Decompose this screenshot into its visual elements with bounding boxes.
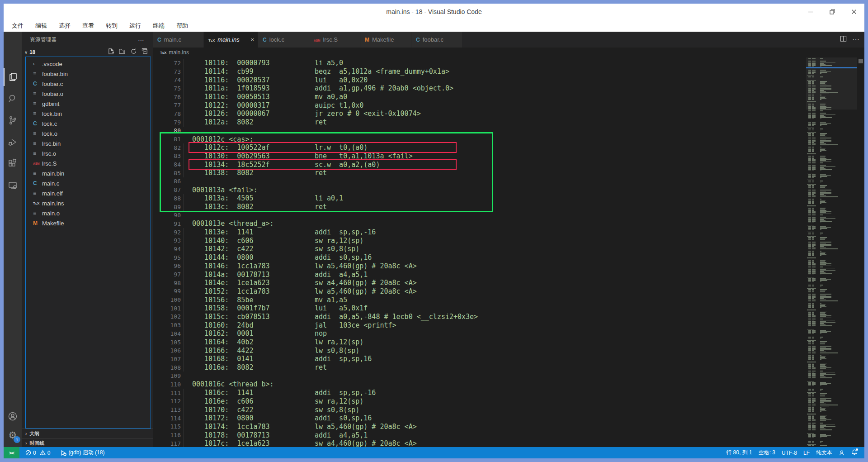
file-item[interactable]: ≡lrsc.bin [26,138,151,148]
code-line[interactable]: 79 1012a: 8082 ret [153,118,864,127]
code-line[interactable]: 89 1013c: 8082 ret [153,203,864,211]
code-line[interactable]: 99 10152: 1cc1a783 lw a5,460(gp) # 20a8c… [153,287,864,296]
workspace-folder-name[interactable]: 18 [29,49,108,55]
menu-item-2[interactable]: 选择 [59,22,71,30]
split-editor-icon[interactable] [840,35,847,44]
code-line[interactable]: 86 [153,177,864,186]
code-line[interactable]: 107 10168: 0141 addi sp,sp,16 [153,355,864,363]
code-line[interactable]: 115 10174: 1cc1a783 lw a5,460(gp) # 20a8… [153,423,864,431]
code-line[interactable]: 870001013a <fail>: [153,186,864,194]
editor-scrollbar[interactable] [857,57,864,447]
search-icon[interactable] [4,90,22,108]
code-line[interactable]: 94 10142: c422 sw s0,8(sp) [153,245,864,253]
code-line[interactable]: 93 10140: c606 sw ra,12(sp) [153,236,864,245]
code-line[interactable]: 77 10122: 00000317 auipc t1,0x0 [153,101,864,110]
sidebar-section-outline[interactable]: › 大纲 [22,429,153,438]
code-line[interactable]: 88 1013a: 4505 li a0,1 [153,194,864,203]
file-item[interactable]: ≡foobar.bin [26,69,151,79]
code-line[interactable]: 114 10172: 0800 addi s0,sp,16 [153,414,864,423]
source-control-icon[interactable] [4,111,22,129]
file-item[interactable]: ≡lock.o [26,129,151,138]
restore-button[interactable] [828,8,836,16]
code-line[interactable]: 92 1013e: 1141 addi sp,sp,-16 [153,228,864,237]
tab-foobar.c[interactable]: Cfoobar.c [411,32,462,48]
code-line[interactable]: 112 1016e: c606 sw ra,12(sp) [153,397,864,406]
account-icon[interactable] [4,407,22,425]
code-line[interactable]: 95 10144: 0800 addi s0,sp,16 [153,253,864,262]
extensions-icon[interactable] [4,155,22,173]
code-line[interactable]: 72 10110: 00000793 li a5,0 [153,59,864,67]
file-item[interactable]: Cfoobar.c [26,79,151,89]
file-item[interactable]: ≡foobar.o [26,89,151,99]
notifications-bell-icon[interactable] [848,447,861,458]
tab-lrsc.S[interactable]: ASMlrsc.S [309,32,360,48]
file-item[interactable]: TᴇXmain.ins [26,198,151,208]
code-line[interactable]: 96 10146: 1cc1a783 lw a5,460(gp) # 20a8c… [153,262,864,271]
menu-item-7[interactable]: 帮助 [176,22,188,30]
tab-Makefile[interactable]: MMakefile [360,32,411,48]
menu-item-0[interactable]: 文件 [12,22,24,30]
chevron-down-icon[interactable]: ∨ [24,50,28,55]
status-eol[interactable]: LF [800,447,813,458]
sidebar-section-timeline[interactable]: › 时间线 [22,438,153,448]
file-item[interactable]: ≡main.elf [26,188,151,198]
code-line[interactable]: 90 [153,211,864,219]
run-debug-icon[interactable] [4,133,22,151]
editor[interactable]: 72 10110: 00000793 li a5,073 10114: cb99… [153,57,864,447]
tab-main.ins[interactable]: TᴇXmain.ins× [204,32,258,48]
code-line[interactable]: 106 10166: 4422 lw s0,8(sp) [153,346,864,355]
code-line[interactable]: 111 1016c: 1141 addi sp,sp,-16 [153,389,864,397]
feedback-icon[interactable] [835,447,848,458]
minimize-button[interactable] [807,8,815,16]
collapse-all-icon[interactable] [142,48,148,57]
debug-status[interactable]: (gdb) 启动 (18) [57,447,108,458]
code-line[interactable]: 113 10170: c422 sw s0,8(sp) [153,405,864,414]
file-item[interactable]: ≡lock.bin [26,109,151,119]
code-line[interactable]: 104 10162: 0001 nop [153,329,864,338]
tab-main.c[interactable]: Cmain.c [153,32,204,48]
file-item[interactable]: Clock.c [26,119,151,129]
code-line[interactable]: 76 1011e: 00050513 mv a0,a0 [153,93,864,101]
code-line[interactable]: 102 1015c: cb078513 addi a0,a5,-848 # 1e… [153,313,864,321]
code-line[interactable]: 100 10156: 85be mv a1,a5 [153,295,864,304]
code-line[interactable]: 83 10130: 00b29563 bne t0,a1,1013a <fail… [153,152,864,161]
explorer-icon[interactable] [4,68,22,86]
file-item[interactable]: Cmain.c [26,178,151,188]
menu-item-5[interactable]: 运行 [129,22,141,30]
code-line[interactable]: 97 1014a: 00178713 addi a4,a5,1 [153,270,864,279]
refresh-icon[interactable] [130,48,137,57]
code-line[interactable]: 80 [153,127,864,135]
code-line[interactable]: 116 10178: 00178713 addi a4,a5,1 [153,431,864,439]
code-line[interactable]: 98 1014e: 1ce1a623 sw a4,460(gp) # 20a8c… [153,279,864,287]
code-line[interactable]: 1100001016c <thread_b>: [153,380,864,389]
code-line[interactable]: 74 10116: 00020537 lui a0,0x20 [153,76,864,84]
code-line[interactable]: 82 1012c: 100522af lr.w t0,(a0) [153,143,864,152]
scrollbar-thumb[interactable] [859,59,863,63]
code-line[interactable]: 117 1017c: 1ce1a623 sw a4,460(gp) # 20a8… [153,439,864,447]
menu-item-6[interactable]: 终端 [153,22,165,30]
menu-item-3[interactable]: 查看 [82,22,94,30]
settings-gear-icon[interactable]: ⚙1 [4,426,22,444]
status-indent[interactable]: 空格: 3 [755,447,778,458]
breadcrumb[interactable]: TᴇX main.ins [153,48,864,57]
file-item[interactable]: ≡gdbinit [26,99,151,109]
code-line[interactable]: 103 10160: 24bd jal 103ce <printf> [153,321,864,329]
menu-item-4[interactable]: 转到 [106,22,118,30]
new-folder-icon[interactable] [119,48,126,57]
folder-item[interactable]: ›.vscode [26,59,151,69]
code-line[interactable]: 84 10134: 18c5252f sc.w a0,a2,(a0) [153,160,864,169]
code-line[interactable]: 78 10126: 00000067 jr zero # 0 <exit-0x1… [153,110,864,118]
file-item[interactable]: ASMlrsc.S [26,158,151,168]
code-line[interactable]: 75 1011a: 1f018593 addi a1,gp,496 # 20ab… [153,84,864,93]
code-line[interactable]: 108 1016a: 8082 ret [153,363,864,372]
code-line[interactable]: 810001012c <cas>: [153,135,864,143]
file-item[interactable]: ≡main.o [26,208,151,218]
status-line-col[interactable]: 行 80, 列 1 [723,447,755,458]
file-item[interactable]: ≡main.bin [26,168,151,178]
code-line[interactable]: 101 10158: 0001f7b7 lui a5,0x1f [153,304,864,313]
new-file-icon[interactable] [108,48,114,57]
status-encoding[interactable]: UTF-8 [778,447,800,458]
editor-more-icon[interactable]: ⋯ [852,35,860,44]
remote-explorer-icon[interactable] [4,176,22,195]
code-line[interactable]: 85 10138: 8082 ret [153,169,864,177]
